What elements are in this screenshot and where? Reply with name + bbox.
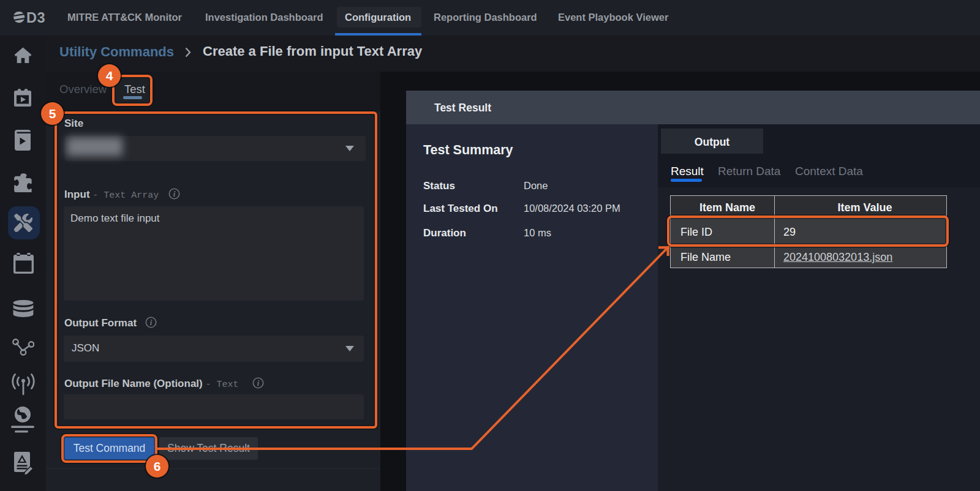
svg-text:D3: D3: [26, 12, 45, 23]
